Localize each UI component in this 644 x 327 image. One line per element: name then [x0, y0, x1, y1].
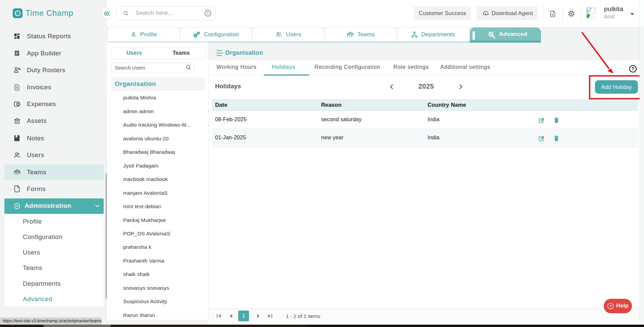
svg-text:?: ? [609, 304, 612, 309]
svg-text:?: ? [632, 66, 635, 72]
svg-text:$: $ [16, 86, 18, 89]
